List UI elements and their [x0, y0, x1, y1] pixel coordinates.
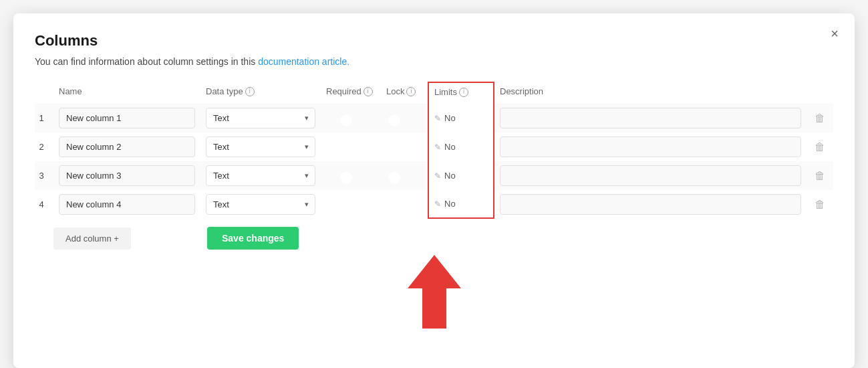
delete-row-button-1[interactable]: 🗑 [812, 111, 828, 126]
description-input-3[interactable] [500, 165, 801, 186]
table-row: 2TextNumberDateBoolean▾✎No🗑 [35, 132, 833, 161]
limits-cell-2: ✎No [428, 132, 494, 161]
delete-row-button-4[interactable]: 🗑 [812, 197, 828, 212]
arrow-head [408, 255, 461, 288]
name-input-4[interactable] [59, 194, 195, 215]
required-cell-4 [321, 190, 381, 219]
row-num-4: 4 [35, 190, 53, 219]
datatype-select-3[interactable]: TextNumberDateBoolean [206, 165, 315, 186]
name-input-3[interactable] [59, 165, 195, 186]
arrow-annotation [35, 255, 833, 329]
limits-value-2: No [444, 142, 456, 152]
name-input-2[interactable] [59, 136, 195, 157]
table-row: 4TextNumberDateBoolean▾✎No🗑 [35, 190, 833, 219]
datatype-select-2[interactable]: TextNumberDateBoolean [206, 136, 315, 157]
delete-row-button-3[interactable]: 🗑 [812, 169, 828, 183]
edit-pencil-icon[interactable]: ✎ [434, 143, 441, 152]
description-input-1[interactable] [500, 108, 801, 128]
edit-pencil-icon[interactable]: ✎ [434, 171, 441, 181]
edit-pencil-icon[interactable]: ✎ [434, 114, 441, 123]
modal-title: Columns [35, 32, 833, 50]
required-cell-2 [321, 132, 381, 161]
name-input-1[interactable] [59, 108, 195, 128]
columns-modal: × Columns You can find information about… [13, 13, 855, 368]
columns-table: Name Data type i Required i Loc [35, 82, 833, 250]
lock-info-icon: i [406, 87, 416, 96]
description-input-2[interactable] [500, 136, 801, 157]
docs-link[interactable]: documentation article. [258, 56, 349, 67]
row-num-1: 1 [35, 104, 53, 132]
add-column-button[interactable]: Add column + [53, 227, 131, 250]
required-cell-3 [321, 161, 381, 190]
datatype-select-4[interactable]: TextNumberDateBoolean [206, 194, 315, 215]
table-row: 1TextNumberDateBoolean▾✎No🗑 [35, 104, 833, 132]
table-row: 3TextNumberDateBoolean▾✎No🗑 [35, 161, 833, 190]
delete-row-button-2[interactable]: 🗑 [812, 140, 828, 155]
close-button[interactable]: × [831, 27, 839, 40]
col-header-required: Required i [321, 82, 381, 104]
col-header-delete [807, 82, 833, 104]
edit-pencil-icon[interactable]: ✎ [434, 199, 441, 209]
lock-cell-2 [381, 132, 428, 161]
lock-cell-4 [381, 190, 428, 219]
limits-value-4: No [444, 199, 456, 209]
col-header-num [35, 82, 53, 104]
datatype-info-icon: i [245, 87, 255, 96]
limits-value-1: No [444, 113, 456, 123]
lock-cell-3 [381, 161, 428, 190]
col-header-datatype: Data type i [200, 82, 321, 104]
required-cell-1 [321, 104, 381, 132]
limits-cell-3: ✎No [428, 161, 494, 190]
modal-subtitle: You can find information about column se… [35, 56, 833, 67]
required-info-icon: i [364, 87, 373, 96]
row-num-2: 2 [35, 132, 53, 161]
lock-cell-1 [381, 104, 428, 132]
save-changes-button[interactable]: Save changes [207, 227, 299, 250]
limits-value-3: No [444, 171, 456, 181]
limits-cell-1: ✎No [428, 104, 494, 132]
limits-info-icon: i [459, 88, 468, 97]
col-header-limits: Limits i [428, 82, 494, 104]
description-input-4[interactable] [500, 194, 801, 215]
datatype-select-1[interactable]: TextNumberDateBoolean [206, 108, 315, 128]
col-header-lock: Lock i [381, 82, 428, 104]
arrow-body [422, 288, 446, 329]
limits-cell-4: ✎No [428, 190, 494, 219]
col-header-name: Name [53, 82, 200, 104]
col-header-description: Description [494, 82, 807, 104]
row-num-3: 3 [35, 161, 53, 190]
